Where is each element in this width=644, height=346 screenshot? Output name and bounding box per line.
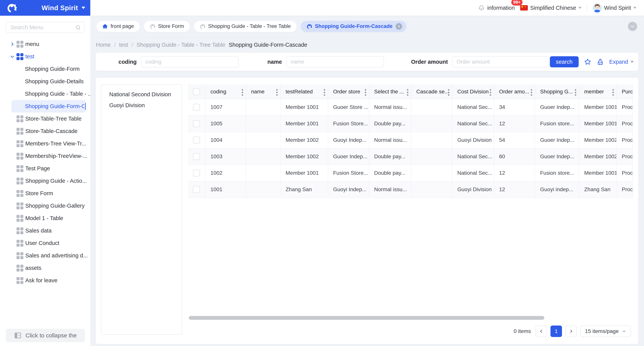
- sidebar-item[interactable]: Model 1 - Table: [0, 212, 90, 224]
- table-cell: Guoer Indep...: [535, 149, 579, 165]
- sidebar-item-label: Store Form: [25, 190, 53, 196]
- column-menu-icon[interactable]: [448, 89, 450, 95]
- row-checkbox[interactable]: [193, 170, 200, 176]
- language-selector[interactable]: Simplified Chinese: [520, 5, 582, 11]
- row-checkbox[interactable]: [193, 88, 200, 95]
- prev-page-button[interactable]: [536, 326, 547, 337]
- column-header[interactable]: member: [579, 84, 617, 99]
- column-header[interactable]: Cascade se...: [411, 84, 452, 99]
- column-header[interactable]: testRelated: [280, 84, 328, 99]
- column-header[interactable]: name: [246, 84, 280, 99]
- sidebar-item[interactable]: Test Page: [0, 162, 90, 175]
- favorite-star-icon[interactable]: [584, 58, 591, 65]
- column-menu-icon[interactable]: [324, 89, 326, 95]
- column-menu-icon[interactable]: [612, 89, 614, 95]
- text-cursor: [85, 103, 86, 110]
- clear-brush-icon[interactable]: [597, 58, 604, 65]
- grid-icon: [16, 165, 24, 172]
- chevron-down-icon: [630, 61, 634, 63]
- name-input[interactable]: [286, 56, 384, 67]
- sidebar-item[interactable]: test: [0, 50, 90, 63]
- tab-1[interactable]: Store Form: [144, 21, 190, 32]
- column-menu-icon[interactable]: [242, 89, 244, 95]
- title-dropdown-icon[interactable]: [82, 7, 85, 9]
- menu-search-input[interactable]: [6, 22, 84, 33]
- table-cell: [411, 132, 452, 148]
- sidebar-item[interactable]: Shopping Guide-Form-Ca...: [12, 100, 86, 113]
- sidebar-item[interactable]: Sales and advertising d...: [0, 249, 90, 262]
- column-header[interactable]: Cost Division: [452, 84, 494, 99]
- sidebar-item[interactable]: Membership-TreeView-...: [0, 150, 90, 162]
- column-menu-icon[interactable]: [530, 89, 532, 95]
- sidebar-collapse-button[interactable]: Click to collapse the: [6, 329, 85, 342]
- sidebar-item[interactable]: Sales data: [0, 224, 90, 237]
- column-header[interactable]: Shopping G...: [535, 84, 579, 99]
- sidebar-item[interactable]: Shopping Guide-Details: [0, 75, 90, 88]
- row-checkbox[interactable]: [193, 186, 200, 193]
- column-header[interactable]: Select the ...: [369, 84, 411, 99]
- column-header[interactable]: Order store: [328, 84, 369, 99]
- tabbar-collapse-button[interactable]: [628, 22, 637, 31]
- next-page-button[interactable]: [566, 326, 577, 337]
- column-menu-icon[interactable]: [276, 89, 278, 95]
- row-checkbox[interactable]: [193, 104, 200, 111]
- page-content: Home / test / Shopping Guide - Table - T…: [90, 37, 644, 346]
- expand-toggle[interactable]: Expand: [609, 59, 634, 65]
- column-header[interactable]: coding: [206, 84, 246, 99]
- order-amount-input[interactable]: [452, 56, 550, 67]
- search-button[interactable]: search: [550, 56, 579, 67]
- user-menu[interactable]: Wind Spirit: [593, 3, 636, 12]
- table-row[interactable]: 1004Member 1002Guoyi Indep...Normal issu…: [188, 132, 633, 149]
- sidebar-item[interactable]: Store Form: [0, 187, 90, 200]
- scrollbar-thumb[interactable]: [189, 316, 544, 320]
- notification-button[interactable]: information 99+: [478, 4, 514, 11]
- table-row[interactable]: 1005Member 1001Fusion Store...Double pay…: [188, 116, 633, 132]
- sidebar-item[interactable]: Shopping Guide - Table - ...: [0, 88, 90, 100]
- sidebar-item[interactable]: Shopping Guide - Actio...: [0, 175, 90, 187]
- table-row[interactable]: 1001Zhang SanGuoyi Indep...Normal issu..…: [188, 181, 633, 198]
- row-checkbox[interactable]: [193, 120, 200, 127]
- sidebar-item[interactable]: menu: [0, 38, 90, 50]
- column-menu-icon[interactable]: [574, 89, 576, 95]
- sidebar-item-label: Members-Tree View-Tr...: [25, 141, 86, 147]
- table-row[interactable]: 1003Member 1002Guoer Indep...Double pay.…: [188, 149, 633, 165]
- sidebar-item[interactable]: User Conduct: [0, 237, 90, 249]
- logo-bar[interactable]: Wind Spirit: [0, 0, 90, 16]
- sidebar-item[interactable]: assets: [0, 262, 90, 274]
- page-size-select[interactable]: 15 items/page: [580, 326, 631, 337]
- row-checkbox[interactable]: [193, 137, 200, 144]
- column-header[interactable]: Purc: [617, 84, 633, 99]
- table-cell: Fusion store...: [535, 165, 579, 181]
- tab-active[interactable]: Shopping Guide-Form-Cascade×: [301, 21, 406, 32]
- tree-node[interactable]: Guoyi Division: [109, 100, 180, 111]
- row-checkbox[interactable]: [193, 153, 200, 160]
- tree-node[interactable]: National Second Division: [109, 89, 180, 100]
- tab-close-icon[interactable]: ×: [396, 23, 402, 30]
- divider: [587, 4, 587, 12]
- table-cell: 54: [494, 132, 535, 148]
- tab-2[interactable]: Shopping Guide - Table - Tree Table: [194, 21, 296, 32]
- sidebar-item[interactable]: Store-Table-Tree Table: [0, 113, 90, 125]
- sidebar-item-label: User Conduct: [25, 240, 59, 246]
- page-number-button[interactable]: 1: [550, 326, 562, 337]
- sidebar-item[interactable]: Ask for leave: [0, 274, 90, 287]
- table-cell: [411, 116, 452, 132]
- table-row[interactable]: 1002Member 1001Fusion Store...Double pay…: [188, 165, 633, 181]
- sidebar-item[interactable]: Store-Table-Cascade: [0, 125, 90, 137]
- column-menu-icon[interactable]: [407, 89, 409, 95]
- table-cell: Guoer Indep...: [535, 132, 579, 148]
- breadcrumb-item[interactable]: Home: [96, 42, 110, 48]
- coding-input[interactable]: [141, 56, 239, 67]
- sidebar-item[interactable]: Members-Tree View-Tr...: [0, 137, 90, 150]
- table-row[interactable]: 1007Member 1001Guoer Store ...Normal iss…: [188, 99, 633, 116]
- column-menu-icon[interactable]: [364, 89, 366, 95]
- breadcrumb-item[interactable]: test: [119, 42, 128, 48]
- sidebar-item[interactable]: Shopping Guide-Form: [0, 63, 90, 75]
- sidebar-item[interactable]: Shopping Guide-Gallery: [0, 200, 90, 212]
- column-menu-icon[interactable]: [490, 89, 492, 95]
- column-header[interactable]: Order amo...: [494, 84, 535, 99]
- division-tree-panel: National Second DivisionGuoyi Division: [101, 84, 182, 335]
- table-cell: 1003: [206, 149, 246, 165]
- breadcrumb-item[interactable]: Shopping Guide - Table - Tree Table: [136, 42, 225, 48]
- tab-0[interactable]: front page: [96, 21, 140, 32]
